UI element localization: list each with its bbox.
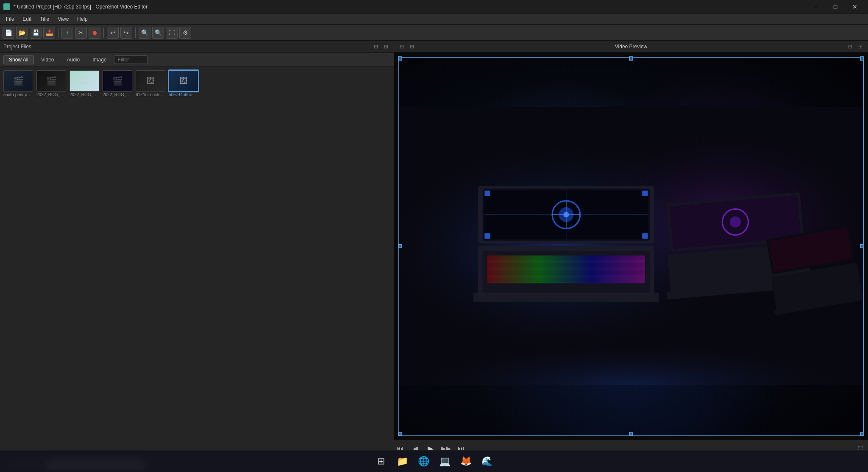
menu-view[interactable]: View — [53, 15, 73, 23]
zoom-in-button[interactable]: 🔍 — [139, 27, 150, 39]
rog-scene — [399, 58, 863, 435]
video-panel-icon-4[interactable]: ⊞ — [856, 42, 865, 51]
video-frame — [398, 57, 864, 436]
minimize-button[interactable]: ─ — [806, 0, 826, 14]
title-bar: * Untitled Project [HD 720p 30 fps] - Op… — [0, 0, 868, 14]
media-thumb-2: 🎬 — [36, 70, 66, 92]
svg-rect-23 — [484, 233, 490, 239]
window-controls: ─ □ ✕ — [806, 0, 865, 14]
media-label-1: south-park-post... — [3, 92, 33, 97]
video-preview-area — [394, 53, 868, 440]
media-thumb-1: 🎬 — [3, 70, 33, 92]
toolbar-sep-1 — [58, 28, 58, 38]
taskbar-start[interactable]: ⊞ — [372, 452, 390, 471]
undo-button[interactable]: ↩ — [107, 27, 119, 39]
main-layout: Project Files ⊟ ⊞ Show All Video Audio I… — [0, 41, 868, 457]
window-title: * Untitled Project [HD 720p 30 fps] - Op… — [14, 4, 147, 10]
menu-bar: File Edit Title View Help — [0, 14, 868, 25]
svg-rect-10 — [487, 255, 645, 283]
add-track-button[interactable]: + — [61, 27, 73, 39]
filter-input[interactable] — [114, 56, 148, 64]
media-label-5: 61Z1nLnoc5L_A... — [136, 92, 165, 97]
settings-button[interactable]: ⚙ — [179, 27, 191, 39]
project-files-title: Project Files — [3, 44, 31, 50]
panel-icon-2[interactable]: ⊞ — [382, 42, 390, 51]
save-button[interactable]: 💾 — [30, 27, 42, 39]
menu-file[interactable]: File — [2, 15, 18, 23]
left-panel: Project Files ⊟ ⊞ Show All Video Audio I… — [0, 41, 394, 457]
video-panel-icon-3[interactable]: ⊟ — [846, 42, 854, 51]
filter-video[interactable]: Video — [36, 55, 59, 64]
menu-help[interactable]: Help — [73, 15, 92, 23]
media-label-3: 2022_ROG_Zeph... — [70, 92, 99, 97]
taskbar-firefox[interactable]: 🦊 — [456, 452, 475, 471]
taskbar-terminal[interactable]: 💻 — [435, 452, 454, 471]
main-toolbar: 📄 📂 💾 📥 + ✂ ⏺ ↩ ↪ 🔍 🔍 ⛶ ⚙ — [0, 25, 868, 41]
menu-title[interactable]: Title — [36, 15, 53, 23]
media-item-6[interactable]: 🖼 a0ez44uhhx911_... — [169, 70, 198, 97]
taskbar-explorer[interactable]: 📁 — [393, 452, 412, 471]
maximize-button[interactable]: □ — [826, 0, 845, 14]
filter-image[interactable]: Image — [87, 55, 112, 64]
edit-button[interactable]: ✂ — [75, 27, 87, 39]
taskbar-ocean[interactable]: 🌊 — [478, 452, 496, 471]
selection-handle-bl[interactable] — [398, 432, 402, 436]
panel-icon-1[interactable]: ⊟ — [372, 42, 380, 51]
svg-rect-21 — [484, 191, 490, 196]
panel-header-icons: ⊟ ⊞ — [372, 42, 390, 51]
selection-handle-tl[interactable] — [398, 56, 402, 61]
selection-handle-br[interactable] — [860, 432, 864, 436]
selection-handle-bm[interactable] — [629, 432, 633, 436]
selection-handle-rm[interactable] — [860, 244, 864, 248]
media-item-4[interactable]: 🎬 2022_ROG_Zeph... — [103, 70, 132, 97]
svg-rect-37 — [399, 292, 863, 385]
video-header-right-icons: ⊟ ⊞ — [846, 42, 865, 51]
media-item-1[interactable]: 🎬 south-park-post... — [3, 70, 33, 97]
filter-tabs: Show All Video Audio Image — [0, 53, 394, 67]
open-button[interactable]: 📂 — [16, 27, 28, 39]
record-button[interactable]: ⏺ — [89, 27, 100, 39]
media-item-3[interactable]: 🖼 2022_ROG_Zeph... — [70, 70, 99, 97]
close-button[interactable]: ✕ — [845, 0, 865, 14]
media-label-2: 2022_ROG_Zeph... — [36, 92, 66, 97]
toolbar-sep-2 — [103, 28, 104, 38]
rog-svg — [399, 58, 863, 435]
project-files-header: Project Files ⊟ ⊞ — [0, 41, 394, 53]
media-thumb-4: 🎬 — [103, 70, 132, 92]
new-button[interactable]: 📄 — [3, 27, 14, 39]
full-screen-button[interactable]: ⛶ — [166, 27, 178, 39]
media-grid: 🎬 south-park-post... 🎬 2022_ROG_Zeph... … — [0, 67, 394, 457]
right-panel: ⊟ ⊞ Video Preview ⊟ ⊞ — [394, 41, 868, 457]
media-thumb-3: 🖼 — [70, 70, 99, 92]
svg-rect-24 — [642, 233, 648, 239]
redo-button[interactable]: ↪ — [120, 27, 132, 39]
taskbar-browser[interactable]: 🌐 — [414, 452, 433, 471]
filter-show-all[interactable]: Show All — [3, 55, 34, 64]
selection-handle-tm[interactable] — [629, 56, 633, 61]
video-header-left-icons: ⊟ ⊞ — [398, 42, 416, 51]
selection-handle-lm[interactable] — [398, 244, 402, 248]
menu-edit[interactable]: Edit — [18, 15, 36, 23]
media-label-4: 2022_ROG_Zeph... — [103, 92, 132, 97]
video-preview-title: Video Preview — [615, 44, 648, 50]
media-label-6: a0ez44uhhx911_... — [169, 92, 198, 97]
video-panel-icon-1[interactable]: ⊟ — [398, 42, 406, 51]
app-icon — [3, 3, 10, 10]
import-button[interactable]: 📥 — [43, 27, 55, 39]
title-bar-left: * Untitled Project [HD 720p 30 fps] - Op… — [3, 3, 147, 10]
media-item-5[interactable]: 🖼 61Z1nLnoc5L_A... — [136, 70, 165, 97]
media-thumb-6: 🖼 — [169, 70, 198, 92]
media-item-2[interactable]: 🎬 2022_ROG_Zeph... — [36, 70, 66, 97]
taskbar: ⊞ 📁 🌐 💻 🦊 🌊 — [0, 450, 868, 472]
video-preview-header: ⊟ ⊞ Video Preview ⊟ ⊞ — [394, 41, 868, 53]
selection-handle-tr[interactable] — [860, 56, 864, 61]
toolbar-sep-3 — [135, 28, 136, 38]
svg-rect-22 — [642, 191, 648, 196]
video-panel-icon-2[interactable]: ⊞ — [408, 42, 416, 51]
media-thumb-5: 🖼 — [136, 70, 165, 92]
filter-audio[interactable]: Audio — [61, 55, 86, 64]
zoom-out-button[interactable]: 🔍 — [152, 27, 164, 39]
